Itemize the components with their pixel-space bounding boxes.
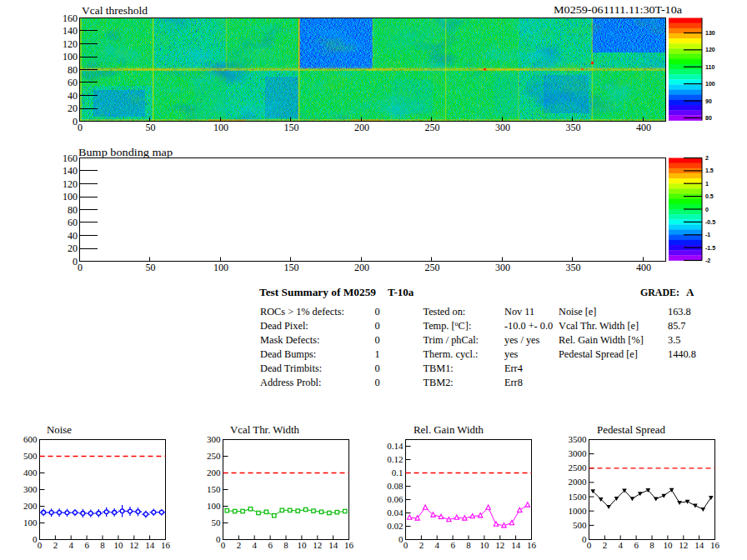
svg-text:90: 90 — [705, 98, 712, 104]
svg-text:14: 14 — [694, 540, 704, 550]
svg-text:Vcal Thr. Width [e]: Vcal Thr. Width [e] — [559, 320, 639, 332]
svg-text:400: 400 — [636, 262, 651, 273]
svg-text:10: 10 — [113, 540, 123, 550]
svg-text:80: 80 — [705, 115, 712, 121]
svg-text:Rel. Gain Width [%]: Rel. Gain Width [%] — [559, 334, 644, 346]
svg-text:0.14: 0.14 — [387, 441, 404, 451]
svg-text:16: 16 — [344, 540, 354, 550]
svg-text:0.06: 0.06 — [387, 494, 404, 504]
svg-text:150: 150 — [283, 262, 298, 273]
svg-text:110: 110 — [705, 64, 714, 70]
svg-text:400: 400 — [23, 468, 38, 478]
svg-text:0: 0 — [705, 207, 709, 212]
svg-text:Noise [e]: Noise [e] — [559, 306, 596, 318]
svg-text:Nov 11: Nov 11 — [504, 306, 534, 318]
svg-text:100: 100 — [23, 518, 38, 528]
svg-text:300: 300 — [207, 434, 221, 444]
svg-text:6: 6 — [268, 540, 273, 550]
svg-text:Temp. [oC]:: Temp. [oC]: — [424, 320, 472, 332]
svg-text:A: A — [686, 286, 694, 298]
svg-text:TBM1:: TBM1: — [424, 362, 454, 374]
svg-text:Dead Bumps:: Dead Bumps: — [260, 348, 316, 360]
svg-text:3500: 3500 — [569, 434, 588, 444]
svg-text:163.8: 163.8 — [668, 306, 691, 318]
svg-text:6: 6 — [450, 540, 455, 550]
svg-text:Pedestal Spread: Pedestal Spread — [597, 424, 665, 436]
svg-text:80: 80 — [68, 64, 78, 76]
svg-text:140: 140 — [63, 165, 78, 177]
svg-text:250: 250 — [207, 451, 221, 461]
svg-text:1.5: 1.5 — [705, 168, 714, 173]
svg-text:500: 500 — [23, 451, 38, 461]
svg-text:0: 0 — [375, 362, 380, 374]
svg-text:TBM2:: TBM2: — [424, 377, 454, 388]
svg-text:0.12: 0.12 — [387, 454, 403, 464]
svg-text:2: 2 — [419, 540, 424, 550]
svg-text:100: 100 — [63, 191, 78, 202]
svg-text:50: 50 — [212, 518, 222, 528]
svg-text:2: 2 — [603, 540, 608, 550]
svg-text:Trim / phCal:: Trim / phCal: — [424, 334, 479, 346]
svg-text:Dead Pixel:: Dead Pixel: — [260, 320, 308, 332]
svg-text:4: 4 — [253, 540, 258, 550]
svg-text:8: 8 — [649, 540, 654, 550]
svg-text:4: 4 — [435, 540, 440, 550]
svg-text:Vcal Thr. Width: Vcal Thr. Width — [230, 424, 299, 436]
svg-text:1: 1 — [705, 181, 709, 187]
svg-text:2: 2 — [237, 540, 242, 550]
svg-text:0.02: 0.02 — [387, 521, 403, 531]
svg-text:2500: 2500 — [569, 462, 588, 472]
svg-text:200: 200 — [354, 122, 369, 133]
svg-text:350: 350 — [565, 122, 580, 133]
svg-text:Vcal threshold: Vcal threshold — [82, 4, 148, 17]
svg-text:85.7: 85.7 — [668, 320, 686, 332]
svg-text:14: 14 — [511, 540, 521, 550]
svg-text:-2: -2 — [705, 258, 710, 263]
svg-text:160: 160 — [63, 152, 78, 164]
svg-text:40: 40 — [68, 90, 78, 102]
svg-text:100: 100 — [207, 501, 221, 511]
svg-text:2: 2 — [53, 540, 58, 550]
svg-text:Rel. Gain Width: Rel. Gain Width — [414, 424, 484, 436]
svg-text:130: 130 — [705, 30, 715, 36]
svg-text:200: 200 — [354, 262, 369, 273]
svg-text:350: 350 — [565, 262, 580, 273]
svg-text:yes / yes: yes / yes — [504, 334, 540, 346]
svg-text:0.08: 0.08 — [387, 481, 404, 491]
svg-text:16: 16 — [161, 540, 171, 550]
svg-text:1500: 1500 — [569, 492, 588, 502]
svg-text:120: 120 — [63, 178, 78, 190]
svg-text:M0259-061111.11:30T-10a: M0259-061111.11:30T-10a — [554, 3, 682, 16]
svg-text:12: 12 — [129, 540, 138, 550]
svg-text:0: 0 — [221, 540, 226, 550]
svg-text:120: 120 — [63, 38, 78, 50]
svg-text:150: 150 — [283, 122, 298, 133]
svg-text:3000: 3000 — [569, 448, 588, 458]
svg-text:400: 400 — [636, 122, 651, 133]
svg-text:10: 10 — [297, 540, 307, 550]
svg-text:Pedestal Spread [e]: Pedestal Spread [e] — [559, 348, 638, 360]
svg-text:16: 16 — [527, 540, 537, 550]
svg-text:2: 2 — [705, 155, 709, 161]
svg-text:250: 250 — [424, 262, 439, 273]
svg-text:6: 6 — [634, 540, 639, 550]
svg-text:0.04: 0.04 — [387, 508, 404, 518]
svg-text:14: 14 — [145, 540, 155, 550]
svg-text:60: 60 — [68, 217, 78, 228]
svg-text:8: 8 — [100, 540, 105, 550]
svg-text:100: 100 — [705, 81, 715, 87]
svg-text:1: 1 — [375, 348, 380, 360]
svg-text:0: 0 — [38, 540, 43, 550]
svg-text:1440.8: 1440.8 — [668, 348, 696, 360]
svg-text:4: 4 — [619, 540, 624, 550]
svg-text:Therm. cycl.:: Therm. cycl.: — [424, 348, 479, 360]
svg-text:Mask Defects:: Mask Defects: — [260, 334, 319, 346]
svg-text:600: 600 — [23, 434, 38, 444]
svg-text:0: 0 — [587, 540, 592, 550]
svg-text:0: 0 — [78, 122, 83, 133]
svg-text:Err4: Err4 — [504, 362, 523, 374]
svg-text:T-10a: T-10a — [388, 286, 414, 298]
svg-text:0: 0 — [375, 334, 380, 346]
svg-text:150: 150 — [207, 484, 221, 494]
svg-text:40: 40 — [68, 230, 78, 242]
